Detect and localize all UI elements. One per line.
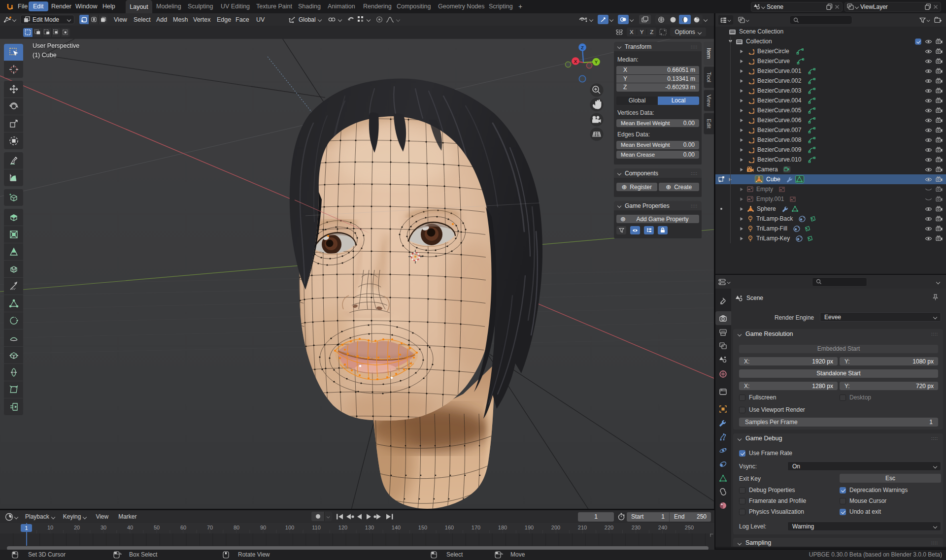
svg-text:Y: Y — [595, 59, 598, 65]
svg-text:Z: Z — [581, 45, 584, 50]
svg-text:X: X — [574, 59, 577, 64]
